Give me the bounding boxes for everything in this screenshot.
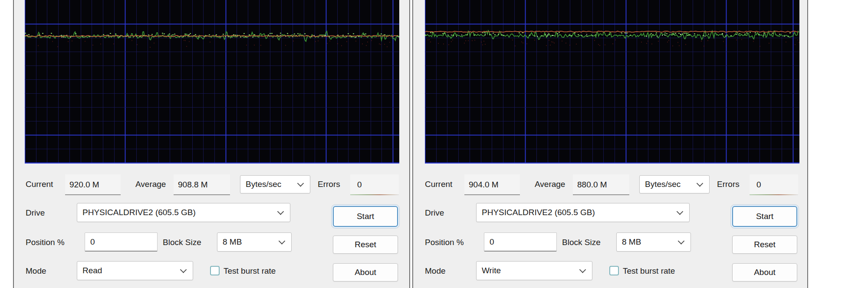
- blocksize-label: Block Size: [163, 232, 201, 252]
- average-value: 908.8 M: [178, 180, 208, 190]
- burst-label[interactable]: Test burst rate: [224, 261, 276, 281]
- blocksize-value: 8 MB: [223, 237, 242, 247]
- about-button[interactable]: About: [333, 263, 398, 281]
- field-underline: [750, 194, 798, 195]
- drive-label: Drive: [26, 203, 45, 223]
- position-label: Position %: [425, 232, 464, 252]
- reset-button[interactable]: Reset: [333, 236, 398, 254]
- field-underline: [573, 194, 629, 195]
- speed-graph-canvas: [425, 0, 799, 164]
- position-input[interactable]: [85, 232, 158, 252]
- chevron-down-icon: [678, 238, 685, 245]
- blocksize-combobox[interactable]: 8 MB: [217, 232, 292, 252]
- errors-label: Errors: [318, 174, 340, 194]
- desktop: Current 920.0 M Average 908.8 M Bytes/se…: [0, 0, 868, 288]
- average-value-field: 880.0 M: [573, 174, 629, 195]
- average-label: Average: [135, 174, 166, 194]
- field-underline: [174, 194, 230, 195]
- chevron-down-icon: [697, 180, 704, 187]
- drive-combobox[interactable]: PHYSICALDRIVE2 (605.5 GB): [476, 203, 690, 222]
- blocksize-value: 8 MB: [622, 237, 641, 247]
- drive-value: PHYSICALDRIVE2 (605.5 GB): [482, 208, 595, 217]
- average-value: 880.0 M: [577, 180, 607, 190]
- hdspeed-window-left: Current 920.0 M Average 908.8 M Bytes/se…: [13, 0, 410, 288]
- blocksize-combobox[interactable]: 8 MB: [616, 232, 691, 252]
- current-label: Current: [26, 174, 53, 194]
- speed-graph-canvas: [25, 0, 399, 164]
- about-button[interactable]: About: [732, 263, 797, 281]
- drive-combobox[interactable]: PHYSICALDRIVE2 (605.5 GB): [77, 203, 290, 222]
- reset-button[interactable]: Reset: [732, 236, 797, 254]
- mode-label: Mode: [425, 261, 446, 281]
- errors-value-field: 0: [750, 174, 798, 195]
- chevron-down-icon: [579, 266, 586, 273]
- errors-label: Errors: [717, 174, 740, 194]
- hdspeed-window-right: Current 904.0 M Average 880.0 M Bytes/se…: [412, 0, 808, 288]
- mode-combobox[interactable]: Read: [77, 261, 193, 280]
- current-value: 904.0 M: [469, 180, 499, 190]
- field-underline: [350, 194, 399, 195]
- average-label: Average: [535, 174, 565, 194]
- unit-combobox[interactable]: Bytes/sec: [639, 175, 710, 193]
- unit-combobox[interactable]: Bytes/sec: [240, 175, 310, 193]
- mode-combobox[interactable]: Write: [476, 261, 592, 280]
- unit-value: Bytes/sec: [645, 180, 681, 189]
- chevron-down-icon: [180, 266, 187, 273]
- average-value-field: 908.8 M: [174, 174, 230, 195]
- current-label: Current: [425, 174, 452, 194]
- chevron-down-icon: [677, 208, 684, 215]
- drive-label: Drive: [425, 203, 444, 223]
- chevron-down-icon: [297, 180, 304, 187]
- mode-value: Write: [482, 266, 501, 275]
- drive-value: PHYSICALDRIVE2 (605.5 GB): [82, 208, 196, 217]
- position-input[interactable]: [484, 232, 557, 252]
- blocksize-label: Block Size: [562, 232, 601, 252]
- current-value-field: 904.0 M: [464, 174, 520, 195]
- field-underline: [464, 194, 520, 195]
- current-value-field: 920.0 M: [65, 174, 121, 195]
- field-underline: [65, 194, 121, 195]
- position-label: Position %: [26, 232, 65, 252]
- errors-value: 0: [357, 180, 362, 190]
- burst-label[interactable]: Test burst rate: [623, 261, 675, 281]
- burst-checkbox[interactable]: [210, 266, 220, 275]
- burst-checkbox[interactable]: [609, 266, 619, 275]
- chevron-down-icon: [277, 208, 284, 215]
- errors-value: 0: [756, 180, 761, 190]
- start-button[interactable]: Start: [732, 206, 797, 227]
- unit-value: Bytes/sec: [246, 180, 281, 189]
- mode-value: Read: [82, 266, 102, 275]
- mode-label: Mode: [26, 261, 46, 281]
- chevron-down-icon: [279, 238, 286, 245]
- errors-value-field: 0: [350, 174, 399, 195]
- current-value: 920.0 M: [69, 180, 99, 190]
- start-button[interactable]: Start: [333, 206, 398, 227]
